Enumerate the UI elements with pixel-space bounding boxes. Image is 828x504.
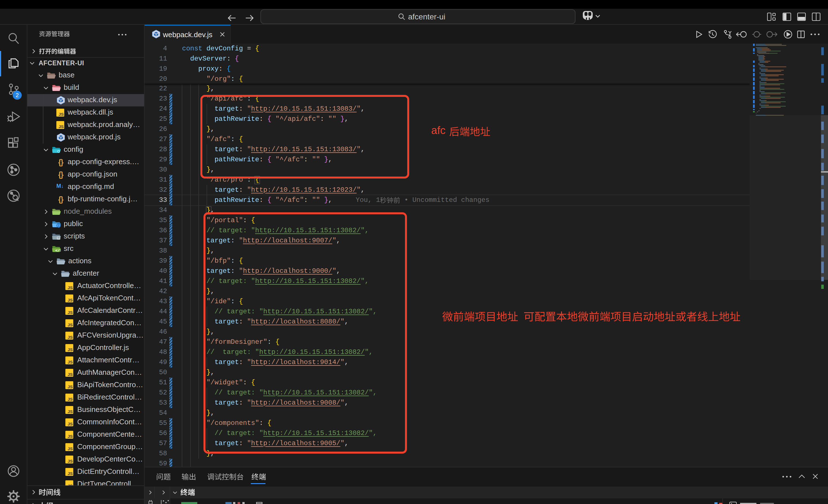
svg-text:</>: </> [55, 248, 61, 253]
